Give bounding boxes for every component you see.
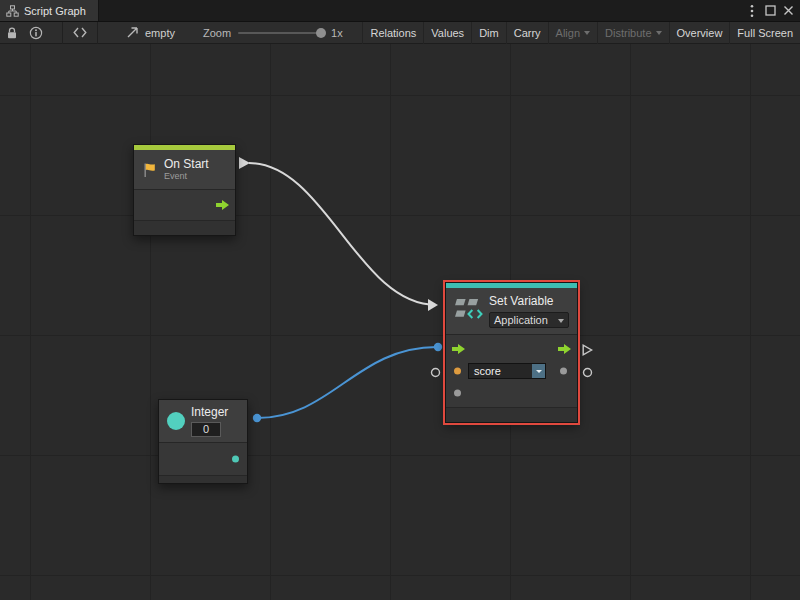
value-wire-start-dot[interactable] xyxy=(253,414,261,422)
node-ports xyxy=(134,190,235,220)
close-icon[interactable] xyxy=(779,1,797,21)
value-port-row xyxy=(446,382,577,404)
window-controls xyxy=(743,0,800,21)
tab-script-graph[interactable]: Script Graph xyxy=(0,0,99,21)
overview-button[interactable]: Overview xyxy=(669,22,730,44)
scope-value: Application xyxy=(490,313,552,327)
node-integer[interactable]: Integer 0 xyxy=(158,399,248,484)
chevron-down-icon xyxy=(656,31,662,35)
integer-value-out-port[interactable] xyxy=(232,456,239,463)
dim-button[interactable]: Dim xyxy=(471,22,506,44)
graph-pointer-status[interactable]: empty xyxy=(126,26,175,39)
full-screen-button[interactable]: Full Screen xyxy=(729,22,800,44)
zoom-slider-knob[interactable] xyxy=(316,28,326,38)
node-subtitle: Event xyxy=(164,171,209,182)
zoom-value: 1x xyxy=(331,27,343,39)
align-button: Align xyxy=(548,22,597,44)
info-button[interactable] xyxy=(24,22,48,44)
node-title: On Start xyxy=(164,157,209,171)
value-out-port[interactable] xyxy=(560,368,567,375)
values-button[interactable]: Values xyxy=(423,22,471,44)
variable-name-value: score xyxy=(469,364,532,378)
wires-layer xyxy=(0,44,800,600)
node-footer xyxy=(159,475,247,483)
flow-out-arrow-icon[interactable] xyxy=(216,200,229,210)
node-ports: score xyxy=(446,335,577,407)
toolbar-buttons: Relations Values Dim Carry Align Distrib… xyxy=(362,22,800,44)
flow-in-arrow-icon[interactable] xyxy=(452,344,465,354)
value-wire[interactable] xyxy=(257,347,437,418)
variable-name-port[interactable] xyxy=(454,368,461,375)
distribute-button: Distribute xyxy=(597,22,668,44)
node-set-variable[interactable]: Set Variable Application xyxy=(445,282,578,423)
value-wire-end-dot[interactable] xyxy=(434,343,442,351)
zoom-control: Zoom 1x xyxy=(203,27,343,39)
flow-out-port-unconnected[interactable] xyxy=(582,344,593,356)
integer-value-field[interactable]: 0 xyxy=(191,422,221,437)
value-in-port[interactable] xyxy=(454,390,461,397)
info-icon xyxy=(29,26,43,40)
graph-toolbar: empty Zoom 1x Relations Values Dim Carry… xyxy=(0,22,800,44)
relations-button[interactable]: Relations xyxy=(362,22,423,44)
value-out-port-unconnected[interactable] xyxy=(582,367,593,378)
variable-scope-dropdown[interactable]: Application xyxy=(489,312,569,328)
node-header: Integer 0 xyxy=(159,400,247,442)
unity-visual-scripting-window: Script Graph xyxy=(0,0,800,600)
window-menu-icon[interactable] xyxy=(743,1,761,21)
flow-wire[interactable] xyxy=(249,163,436,305)
chevron-down-icon xyxy=(536,370,542,373)
maximize-icon[interactable] xyxy=(761,1,779,21)
node-ports xyxy=(159,443,247,475)
variable-name-dropdown[interactable]: score xyxy=(468,363,546,379)
flow-wire-arrowhead xyxy=(428,299,438,311)
graph-canvas[interactable]: On Start Event xyxy=(0,44,800,600)
flow-port-row xyxy=(446,338,577,360)
pointer-arrow-icon xyxy=(126,26,139,39)
script-graph-icon xyxy=(6,5,19,17)
lock-icon xyxy=(5,26,19,40)
zoom-label: Zoom xyxy=(203,27,231,39)
name-port-row: score xyxy=(446,360,577,382)
zoom-slider[interactable] xyxy=(238,32,324,34)
title-bar: Script Graph xyxy=(0,0,800,22)
lock-button[interactable] xyxy=(0,22,24,44)
tab-title: Script Graph xyxy=(24,5,86,17)
node-header: Set Variable Application xyxy=(446,288,577,334)
node-title: Set Variable xyxy=(489,294,569,308)
chevron-down-icon xyxy=(558,319,564,323)
dropdown-caret-button[interactable] xyxy=(532,364,545,378)
variables-code-icon xyxy=(454,296,483,321)
carry-button[interactable]: Carry xyxy=(506,22,548,44)
node-on-start[interactable]: On Start Event xyxy=(133,144,236,236)
chevron-down-icon xyxy=(584,31,590,35)
node-footer xyxy=(134,220,235,235)
status-label: empty xyxy=(145,27,175,39)
name-in-port-unconnected[interactable] xyxy=(430,367,441,378)
integer-type-icon xyxy=(167,412,185,430)
flow-out-arrow-icon[interactable] xyxy=(558,344,571,354)
code-icon xyxy=(73,26,87,39)
node-footer xyxy=(446,407,577,422)
flow-out-port-connected[interactable] xyxy=(239,157,250,169)
toolbar-separator xyxy=(97,22,98,44)
node-header: On Start Event xyxy=(134,150,235,189)
node-title: Integer xyxy=(191,405,228,419)
flag-icon xyxy=(142,162,158,178)
graph-inspector-toggle[interactable] xyxy=(63,22,97,44)
